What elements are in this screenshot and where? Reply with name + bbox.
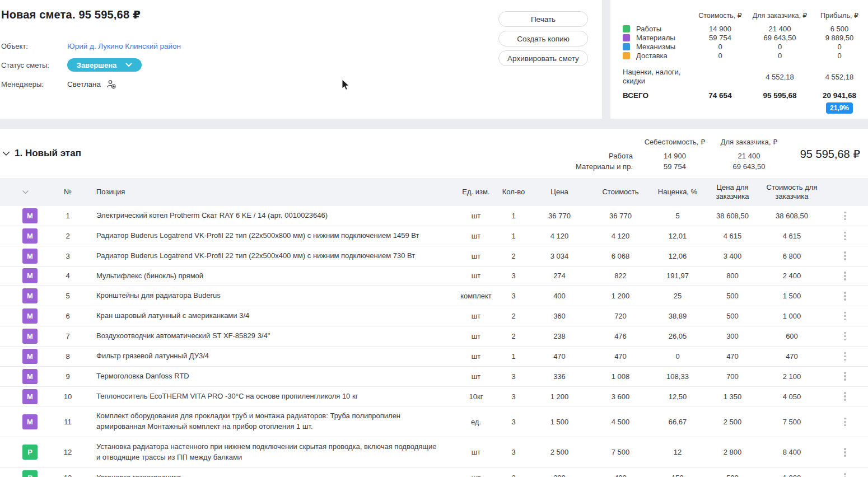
row-price: 336	[530, 372, 589, 381]
status-label: Статус сметы:	[1, 61, 67, 69]
table-row: М 3 Радиатор Buderus Logatrend VK-Profil…	[0, 246, 868, 266]
row-menu-button[interactable]	[842, 370, 848, 383]
total-profit: 20 941,68	[811, 91, 867, 100]
row-number: 9	[50, 372, 85, 381]
row-menu-button[interactable]	[842, 446, 848, 459]
col-position: Позиция	[85, 188, 455, 197]
stage-collapse-toggle[interactable]: 1. Новый этап	[2, 148, 81, 159]
row-cost: 4 500	[589, 418, 652, 426]
stage-work-client: 21 400	[717, 152, 781, 160]
table-row: М 4 Мультифлекс (бинокль) прямой шт 3 27…	[0, 266, 868, 287]
legend-value: 0	[748, 52, 811, 60]
row-type-badge: М	[22, 349, 38, 364]
row-client-cost: 600	[762, 332, 822, 340]
row-menu-button[interactable]	[842, 471, 848, 477]
row-number: 8	[50, 352, 85, 361]
row-price: 274	[530, 272, 589, 280]
copy-estimate-button[interactable]: Создать копию	[498, 31, 588, 46]
row-menu-button[interactable]	[842, 249, 848, 263]
add-manager-button[interactable]	[106, 80, 116, 89]
row-client-price: 500	[703, 312, 762, 320]
profit-percent-badge: 21,9%	[826, 102, 853, 114]
row-position-name: Термоголовка Danfoss RTD	[85, 367, 455, 386]
row-qty: 3	[497, 448, 530, 456]
table-row: М 9 Термоголовка Danfoss RTD шт 3 336 1 …	[0, 367, 868, 387]
row-unit: шт	[455, 352, 497, 361]
row-cost: 470	[589, 352, 652, 361]
row-menu-button[interactable]	[842, 209, 848, 223]
row-qty: 1	[497, 352, 530, 361]
stage-materials-label: Материалы и пр.	[560, 162, 633, 171]
legend-value: 9 889,50	[811, 34, 867, 42]
chevron-down-icon	[22, 190, 29, 194]
legend-swatch	[623, 43, 630, 50]
row-client-cost: 4 615	[762, 232, 822, 240]
estimate-page: Новая смета. 95 595,68 ₽ Объект: Юрий д.…	[0, 0, 868, 477]
print-button[interactable]: Печать	[498, 11, 588, 27]
summary-col-cost: Стоимость, ₽	[692, 11, 748, 24]
col-client-price: Цена для заказчика	[703, 183, 762, 202]
row-number: 5	[50, 292, 85, 300]
row-number: 12	[50, 448, 85, 456]
summary-total-row: ВСЕГО 74 654 95 595,68 20 941,68	[623, 91, 868, 100]
row-menu-button[interactable]	[842, 330, 848, 343]
table-row: М 11 Комплект оборудования для прокладки…	[0, 406, 868, 437]
row-menu-button[interactable]	[842, 415, 848, 429]
table-row: М 7 Воздухоотводчик автоматический ST XF…	[0, 326, 868, 347]
row-type-badge: М	[22, 389, 38, 404]
legend-swatch	[623, 52, 630, 59]
row-type-badge: М	[22, 249, 38, 264]
row-position-name: Радиатор Buderus Logatrend VK-Profil 22 …	[85, 246, 455, 266]
row-menu-button[interactable]	[842, 350, 848, 363]
row-position-name: Теплоноситель EcoTHERM VITA PRO -30°C на…	[85, 387, 455, 406]
row-unit: шт	[455, 474, 497, 477]
row-cost: 1 200	[589, 292, 652, 300]
row-client-cost: 1 000	[762, 474, 822, 477]
row-type-badge: М	[22, 228, 38, 244]
row-client-price: 3 400	[703, 252, 762, 260]
row-price: 1 500	[530, 418, 589, 426]
table-row: М 5 Кронштейны для радиатора Buderus ком…	[0, 286, 868, 306]
row-price: 36 770	[530, 212, 589, 220]
summary-col-profit: Прибыль, ₽	[811, 11, 867, 24]
table-row: М 2 Радиатор Buderus Logatrend VK-Profil…	[0, 226, 868, 246]
row-client-cost: 470	[762, 352, 822, 361]
row-unit: шт	[455, 212, 497, 220]
row-type-badge: Р	[22, 445, 38, 460]
status-dropdown[interactable]: Завершена	[67, 58, 142, 72]
summary-legend-row: Механизмы 0 0 0	[623, 42, 868, 51]
row-position-name: Мультифлекс (бинокль) прямой	[85, 266, 455, 286]
archive-estimate-button[interactable]: Архивировать смету	[498, 50, 588, 66]
row-unit: шт	[455, 448, 497, 456]
row-position-name: Установка радиатора настенного при нижне…	[85, 437, 455, 467]
stage-col-client: Для заказчика, ₽	[717, 138, 781, 149]
managers-field-row: Менеджеры: Светлана	[1, 77, 602, 91]
row-price: 4 120	[530, 232, 589, 240]
row-client-price: 2 500	[703, 418, 762, 426]
row-menu-button[interactable]	[842, 390, 848, 403]
object-link[interactable]: Юрий д. Лукино Клинский район	[67, 42, 181, 50]
row-position-name: Фильтр грязевой латунный ДУ3/4	[85, 347, 455, 366]
legend-value: 0	[811, 43, 867, 51]
row-client-price: 500	[703, 474, 762, 477]
row-client-price: 700	[703, 372, 762, 381]
row-client-price: 470	[703, 352, 762, 361]
status-value: Завершена	[77, 61, 117, 69]
expand-all-toggle[interactable]	[0, 188, 50, 197]
estimate-actions: Печать Создать копию Архивировать смету	[498, 11, 588, 66]
row-qty: 2	[497, 252, 530, 260]
row-number: 4	[50, 272, 85, 280]
row-menu-button[interactable]	[842, 289, 848, 303]
object-label: Объект:	[1, 42, 67, 50]
summary-markup-row: Наценки, налоги, скидки 4 552,18 4 552,1…	[623, 68, 868, 86]
row-qty: 3	[497, 292, 530, 300]
row-menu-button[interactable]	[842, 269, 848, 283]
row-price: 200	[530, 474, 589, 477]
estimate-header-card: Новая смета. 95 595,68 ₽ Объект: Юрий д.…	[0, 0, 602, 119]
legend-swatch	[623, 25, 630, 32]
row-client-price: 500	[703, 292, 762, 300]
row-type-badge: М	[22, 329, 38, 344]
table-row: М 8 Фильтр грязевой латунный ДУ3/4 шт 1 …	[0, 347, 868, 367]
row-menu-button[interactable]	[842, 310, 848, 323]
row-menu-button[interactable]	[842, 230, 848, 243]
